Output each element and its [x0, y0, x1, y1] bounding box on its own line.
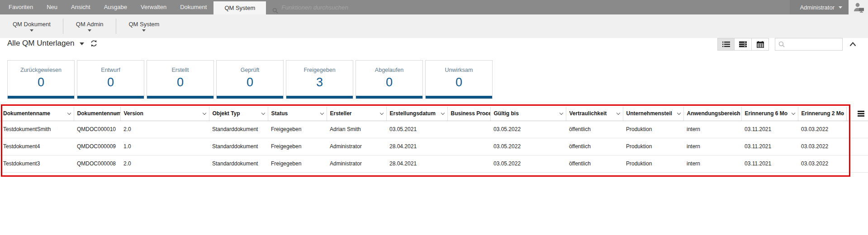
chevron-down-icon [839, 6, 842, 9]
menu-item-ausgabe[interactable]: Ausgabe [97, 0, 134, 14]
chevron-down-icon[interactable] [616, 111, 620, 115]
status-card-label: Zurückgewiesen [20, 67, 62, 73]
column-header-unternehmensteil[interactable]: Unternehmensteil [623, 107, 683, 121]
table-cell: Produktion [623, 121, 683, 138]
column-header-ersteller[interactable]: Ersteller [327, 107, 386, 121]
ribbon-group-qm-system[interactable]: QM System [116, 14, 172, 38]
column-header-dokumentenname[interactable]: Dokumentenname [0, 107, 74, 121]
chevron-down-icon[interactable] [791, 111, 795, 115]
status-card-gepruft[interactable]: Geprüft0 [216, 60, 284, 99]
user-avatar-icon [852, 2, 865, 13]
status-card-label: Freigegeben [304, 67, 335, 73]
search-icon [778, 41, 785, 47]
table-cell: Produktion [623, 155, 683, 172]
status-card-entwurf[interactable]: Entwurf0 [77, 60, 144, 99]
user-name: Administrator [800, 4, 835, 11]
column-header-business-process-o[interactable]: Business Process O... [447, 107, 490, 121]
table-options-cell [846, 107, 868, 121]
table-cell: öffentlich [566, 121, 623, 138]
ribbon-group-qm-admin[interactable]: QM Admin [63, 14, 116, 38]
menu-item-dokument[interactable]: Dokument [173, 0, 213, 14]
list-view-button[interactable] [717, 38, 735, 51]
status-card-accent-bar [8, 96, 74, 99]
status-card-accent-bar [77, 96, 144, 99]
column-header-vertraulichkeit[interactable]: Vertraulichkeit [566, 107, 623, 121]
table-cell [447, 121, 490, 138]
tab-qm-system[interactable]: QM System [213, 1, 266, 14]
column-header-label: Status [271, 110, 288, 117]
hamburger-icon-bar [858, 111, 864, 112]
column-header-dokumentennummer[interactable]: Dokumentennummer [74, 107, 120, 121]
ribbon-group-qm-dokument[interactable]: QM Dokument [0, 14, 63, 38]
table-cell: 2.0 [120, 121, 209, 138]
table-cell-spacer [846, 121, 868, 138]
user-menu[interactable]: Administrator [790, 0, 849, 14]
menu-item-ansicht[interactable]: Ansicht [64, 0, 97, 14]
chevron-down-icon[interactable] [202, 111, 206, 115]
list-controls [717, 38, 857, 51]
chevron-down-icon [142, 29, 146, 32]
search-icon [272, 8, 278, 14]
status-card-freigegeben[interactable]: Freigegeben3 [286, 60, 353, 99]
status-card-abgelaufen[interactable]: Abgelaufen0 [356, 60, 423, 99]
table-cell: 03.05.2022 [490, 138, 566, 155]
calendar-view-button[interactable] [752, 38, 769, 51]
view-selector[interactable]: Alle QM Unterlagen [7, 39, 84, 48]
avatar[interactable] [849, 0, 868, 14]
status-card-erstellt[interactable]: Erstellt0 [147, 60, 214, 99]
menubar-items: FavoritenNeuAnsichtAusgabeVerwaltenDokum… [2, 0, 213, 14]
chevron-down-icon[interactable] [559, 111, 563, 115]
table-cell: 03.05.2021 [386, 121, 447, 138]
table-row[interactable]: Testdokument3QMDOC0000082.0Standarddokum… [0, 155, 868, 172]
ribbon-toolbar: QM DokumentQM AdminQM System [0, 14, 868, 38]
calendar-icon [757, 41, 764, 48]
table-cell: Testdokument4 [0, 138, 74, 155]
column-header-label: Ersteller [330, 110, 352, 117]
menubar: FavoritenNeuAnsichtAusgabeVerwaltenDokum… [0, 0, 868, 14]
menu-item-neu[interactable]: Neu [40, 0, 64, 14]
status-card-unwirksam[interactable]: Unwirksam0 [425, 60, 493, 99]
column-header-anwendungsbereich[interactable]: Anwendungsbereich [683, 107, 741, 121]
status-card-value: 0 [38, 75, 44, 89]
card-view-button[interactable] [735, 38, 752, 51]
document-table: DokumentennameDokumentennummerVersionObj… [0, 107, 868, 173]
table-cell: 03.11.2021 [741, 121, 798, 138]
refresh-button[interactable] [90, 40, 98, 47]
column-header-label: Unternehmensteil [626, 110, 672, 117]
chevron-down-icon[interactable] [261, 111, 265, 115]
menu-item-favoriten[interactable]: Favoriten [2, 0, 40, 14]
status-card-value: 0 [107, 75, 114, 89]
chevron-down-icon[interactable] [379, 111, 383, 115]
column-header-label: Dokumentenname [3, 110, 50, 117]
chevron-down-icon[interactable] [441, 111, 444, 115]
status-card-label: Unwirksam [445, 67, 473, 73]
function-search-input[interactable] [281, 4, 390, 11]
table-cell: öffentlich [566, 155, 623, 172]
column-header-erstellungsdatum[interactable]: Erstellungsdatum [386, 107, 447, 121]
status-card-zuruckgewiesen[interactable]: Zurückgewiesen0 [7, 60, 75, 99]
status-card-accent-bar [147, 96, 213, 99]
table-row[interactable]: Testdokument4QMDOC0000091.0Standarddokum… [0, 138, 868, 155]
table-settings-button[interactable] [858, 110, 864, 118]
column-header-erinnerung-6-mo[interactable]: Erinnerung 6 Mo [741, 107, 798, 121]
table-row[interactable]: TestdokumentSmithQMDOC0000102.0Standardd… [0, 121, 868, 138]
column-header-erinnerung-2-mo[interactable]: Erinnerung 2 Mo [798, 107, 846, 121]
collapse-panel-button[interactable] [849, 41, 857, 47]
table-cell: Adrian Smith [327, 121, 386, 138]
chevron-down-icon[interactable] [677, 111, 680, 115]
table-cell: 1.0 [120, 138, 209, 155]
chevron-down-icon[interactable] [320, 111, 323, 115]
table-cell: Freigegeben [268, 155, 327, 172]
column-header-gultig-bis[interactable]: Gültig bis [490, 107, 566, 121]
column-header-objekt-typ[interactable]: Objekt Typ [209, 107, 268, 121]
menu-item-verwalten[interactable]: Verwalten [134, 0, 173, 14]
chevron-down-icon [30, 29, 33, 32]
card-view-icon [739, 41, 747, 47]
chevron-down-icon[interactable] [67, 111, 71, 115]
table-cell: 03.11.2021 [741, 155, 798, 172]
table-search-input[interactable] [787, 41, 839, 47]
column-header-label: Erstellungsdatum [390, 110, 436, 117]
column-header-status[interactable]: Status [268, 107, 327, 121]
column-header-version[interactable]: Version [120, 107, 209, 121]
ribbon-group-label: QM System [129, 21, 160, 28]
